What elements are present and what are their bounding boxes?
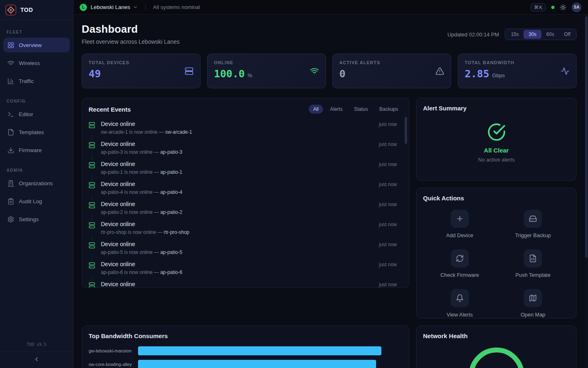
add-device-button[interactable]: Add Device — [446, 210, 473, 238]
event-description: rtr-pro-shop is now online — rtr-pro-sho… — [101, 229, 189, 235]
refresh-option-30s[interactable]: 30s — [523, 30, 541, 39]
events-filter-tabs: AllAlertsStatusBackups — [309, 105, 403, 114]
divider — [145, 4, 146, 11]
event-timestamp: just now — [379, 161, 403, 175]
event-title: Device online — [101, 221, 189, 227]
sidebar-item-overview[interactable]: Overview — [3, 38, 70, 52]
top-bandwidth-panel: Top Bandwidth Consumers gw-lebowski-mans… — [82, 325, 410, 368]
events-tab-backups[interactable]: Backups — [375, 105, 403, 114]
sidebar-footer: TOD v9.5 — [0, 339, 73, 368]
stat-card-total-devices: Total Devices 49 — [82, 54, 200, 88]
page-scrollbar[interactable] — [585, 15, 588, 368]
refresh-option-60s[interactable]: 60s — [541, 30, 559, 39]
sidebar: TOD Fleet Overview Wireless Traffi — [0, 0, 74, 368]
bandwidth-bar — [138, 360, 376, 368]
sidebar-item-label: Traffic — [19, 78, 34, 84]
sidebar-item-label: Audit Log — [19, 198, 42, 204]
refresh-option-15s[interactable]: 15s — [506, 30, 523, 39]
event-row: Device onlineap-patio-1 is now online — … — [89, 158, 403, 178]
sidebar-item-audit-log[interactable]: Audit Log — [3, 194, 70, 209]
updated-timestamp: Updated 02:00:14 PM — [448, 31, 499, 38]
open-map-button[interactable]: Open Map — [521, 289, 546, 318]
wifi-icon — [7, 60, 14, 67]
org-switcher[interactable]: Lebowski Lanes — [91, 4, 130, 10]
sidebar-item-editor[interactable]: Editor — [3, 107, 70, 121]
push-template-button[interactable]: Push Template — [515, 249, 550, 278]
event-description: ap-patio-6 is now online — ap-patio-6 — [101, 269, 182, 275]
bandwidth-bars: gw-lebowski-mansionsw-core-bowling-alley — [89, 346, 403, 368]
event-row: Device onlinesw-arcade-1 is now online —… — [89, 118, 403, 138]
stat-label: Total Devices — [89, 60, 194, 65]
events-tab-alerts[interactable]: Alerts — [325, 105, 347, 114]
command-palette-button[interactable]: K — [530, 3, 546, 11]
alert-summary-title: Alert Summary — [423, 105, 570, 112]
sidebar-collapse-button[interactable] — [0, 352, 73, 368]
event-timestamp: just now — [379, 141, 403, 155]
live-status-dot — [551, 6, 555, 9]
refresh-option-off[interactable]: Off — [559, 30, 575, 39]
event-row: Device onlineap-patio-5 is now online — … — [89, 238, 403, 258]
sidebar-item-templates[interactable]: Templates — [3, 125, 70, 139]
stat-label: Active Alerts — [339, 60, 444, 65]
nav-section-config: Config — [3, 92, 70, 107]
view-alerts-button[interactable]: View Alerts — [447, 289, 473, 318]
stat-value: 0 — [339, 68, 345, 80]
event-description: ap-patio-1 is now online — ap-patio-1 — [101, 169, 182, 175]
server-icon — [89, 281, 95, 288]
gear-icon — [7, 216, 14, 223]
sidebar-item-label: Templates — [19, 129, 44, 135]
check-firmware-button[interactable]: Check Firmware — [440, 249, 479, 278]
sidebar-item-firmware[interactable]: Firmware — [3, 143, 70, 157]
bandwidth-bar-row: gw-lebowski-mansion — [89, 346, 403, 355]
event-title: Device online — [101, 201, 182, 207]
sidebar-item-label: Organizations — [19, 180, 53, 186]
topbar: L Lebowski Lanes All systems nominal K — [74, 0, 588, 15]
sidebar-item-settings[interactable]: Settings — [3, 212, 70, 227]
dashboard-icon — [7, 42, 14, 49]
bandwidth-bar — [138, 346, 381, 355]
download-icon — [7, 147, 14, 154]
event-title: Device online — [101, 181, 182, 187]
system-status-text: All systems nominal — [153, 4, 200, 10]
event-timestamp: just now — [379, 121, 403, 135]
terminal-icon — [7, 111, 14, 118]
sidebar-item-wireless[interactable]: Wireless — [3, 56, 70, 70]
file-icon — [7, 129, 14, 136]
event-row: Device onlinejust now — [89, 278, 403, 288]
light-mode-toggle[interactable] — [560, 4, 566, 11]
event-title: Device online — [101, 121, 192, 127]
main-area: L Lebowski Lanes All systems nominal K — [74, 0, 588, 368]
event-description: ap-patio-5 is now online — ap-patio-5 — [101, 249, 182, 255]
event-row: Device onlinertr-pro-shop is now online … — [89, 218, 403, 238]
nav-section-admin: Admin — [3, 161, 70, 176]
chevron-left-icon — [33, 356, 40, 362]
quick-actions-panel: Quick Actions Add Device — [416, 188, 577, 319]
building-icon — [7, 180, 14, 187]
server-icon — [89, 221, 95, 235]
stat-label: Total Bandwidth — [465, 60, 570, 65]
event-title: Device online — [101, 141, 182, 147]
sidebar-item-label: Settings — [19, 216, 39, 222]
page-title: Dashboard — [82, 23, 180, 36]
sidebar-item-traffic[interactable]: Traffic — [3, 74, 70, 88]
event-description: ap-patio-2 is now online — ap-patio-2 — [101, 209, 182, 215]
map-icon — [524, 289, 542, 307]
trigger-backup-button[interactable]: Trigger Backup — [515, 210, 551, 238]
clipboard-icon — [7, 198, 14, 205]
user-avatar[interactable]: SA — [572, 2, 581, 12]
chevron-down-icon[interactable] — [133, 4, 138, 10]
stat-value: 49 — [89, 68, 101, 80]
events-tab-all[interactable]: All — [309, 105, 323, 114]
sidebar-item-label: Wireless — [19, 60, 40, 66]
sidebar-item-organizations[interactable]: Organizations — [3, 176, 70, 191]
events-scrollbar-thumb[interactable] — [405, 117, 407, 144]
stat-value: 100.0 — [214, 68, 245, 80]
event-timestamp: just now — [379, 221, 403, 235]
hard-drive-icon — [524, 210, 542, 228]
events-tab-status[interactable]: Status — [350, 105, 372, 114]
event-timestamp: just now — [379, 261, 403, 275]
sun-icon — [560, 4, 566, 11]
page-scrollbar-thumb[interactable] — [585, 16, 588, 258]
network-health-title: Network Health — [423, 332, 570, 339]
check-circle-icon — [487, 123, 506, 141]
